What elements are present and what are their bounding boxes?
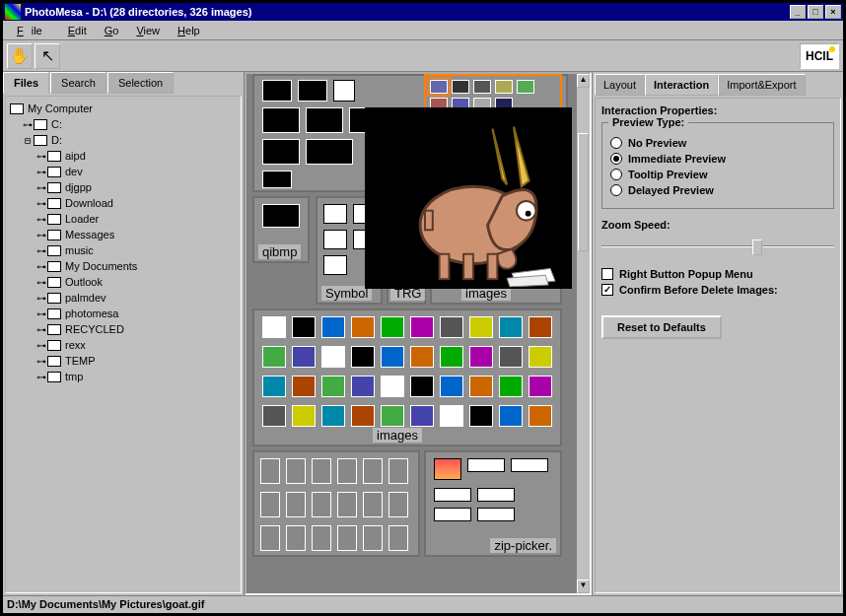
thumbnail[interactable]	[529, 376, 552, 397]
thumbnail[interactable]	[363, 492, 383, 517]
thumbnail[interactable]	[262, 204, 300, 228]
thumbnail[interactable]	[477, 488, 515, 502]
thumbnail[interactable]	[363, 458, 383, 484]
menu-edit[interactable]: Edit	[60, 23, 95, 38]
thumbnail[interactable]	[388, 458, 408, 484]
thumbnail[interactable]	[529, 405, 552, 427]
thumbnail[interactable]	[410, 376, 434, 397]
tree-item[interactable]: ⊶aipd	[10, 148, 237, 164]
thumbnail[interactable]	[321, 376, 345, 397]
thumbnail[interactable]	[262, 405, 286, 427]
thumb-group-images2[interactable]: images	[252, 308, 562, 446]
thumbnail[interactable]	[410, 405, 434, 427]
tree-item[interactable]: ⊶Loader	[10, 211, 237, 227]
thumbnail[interactable]	[286, 458, 306, 484]
thumbnail[interactable]	[292, 346, 316, 368]
expand-icon[interactable]: ⊶	[35, 356, 47, 367]
thumbnail[interactable]	[434, 508, 471, 521]
expand-icon[interactable]: ⊶	[35, 182, 47, 193]
thumb-group-zip[interactable]: zip-picker.	[424, 450, 562, 557]
scroll-up-button[interactable]: ▲	[577, 74, 590, 88]
menu-go[interactable]: Go	[97, 23, 127, 38]
thumbnail[interactable]	[306, 107, 343, 133]
radio-immediate-preview[interactable]: Immediate Preview	[610, 153, 825, 165]
expand-icon[interactable]: ⊶	[35, 261, 47, 272]
thumbnail[interactable]	[286, 492, 306, 517]
expand-icon[interactable]: ⊶	[35, 245, 47, 256]
expand-icon[interactable]: ⊶	[35, 308, 47, 319]
thumbnail[interactable]	[473, 80, 491, 94]
expand-icon[interactable]: ⊶	[35, 277, 47, 288]
thumbnail[interactable]	[410, 316, 434, 338]
thumbnail[interactable]	[467, 458, 505, 472]
thumbnail[interactable]	[495, 80, 513, 94]
thumbnail[interactable]	[321, 316, 345, 338]
radio-tooltip-preview[interactable]: Tooltip Preview	[610, 169, 825, 180]
thumbnail[interactable]	[323, 204, 347, 224]
thumbnail[interactable]	[511, 458, 548, 472]
thumbnail[interactable]	[440, 405, 463, 427]
reset-defaults-button[interactable]: Reset to Defaults	[601, 315, 722, 339]
maximize-button[interactable]: □	[808, 5, 823, 19]
thumbnail[interactable]	[351, 346, 375, 368]
thumbnail[interactable]	[262, 316, 286, 338]
menu-view[interactable]: View	[128, 23, 168, 38]
tree-item[interactable]: ⊶rexx	[10, 337, 237, 353]
thumbnail[interactable]	[469, 405, 493, 427]
thumbnail[interactable]	[381, 405, 404, 427]
thumbnail[interactable]	[469, 316, 493, 338]
scroll-down-button[interactable]: ▼	[577, 580, 590, 593]
expand-icon[interactable]: ⊶	[35, 230, 47, 240]
tree-item[interactable]: ⊶photomesa	[10, 306, 237, 321]
tree-item[interactable]: ⊶TEMP	[10, 353, 237, 369]
thumbnail[interactable]	[363, 525, 383, 551]
thumbnail[interactable]	[499, 405, 523, 427]
tree-item[interactable]: ⊶dev	[10, 164, 237, 179]
thumbnail[interactable]	[337, 525, 357, 551]
thumbnail[interactable]	[430, 80, 448, 94]
thumbnail[interactable]	[262, 139, 300, 165]
thumbnail[interactable]	[351, 405, 375, 427]
thumbnail[interactable]	[260, 492, 280, 517]
thumbnail[interactable]	[298, 80, 327, 102]
thumbnail[interactable]	[388, 492, 408, 517]
tab-selection[interactable]: Selection	[107, 72, 174, 94]
thumbnail[interactable]	[260, 525, 280, 551]
thumbnail[interactable]	[517, 80, 534, 94]
menu-help[interactable]: Help	[170, 23, 208, 38]
tree-root[interactable]: My Computer	[10, 101, 237, 116]
thumbnail[interactable]	[262, 346, 286, 368]
thumbnail[interactable]	[434, 458, 461, 480]
expand-icon[interactable]: ⊶	[35, 214, 47, 225]
thumbnail[interactable]	[260, 458, 280, 484]
check-right-button-popup[interactable]: Right Button Popup Menu	[601, 268, 834, 280]
thumbnail[interactable]	[434, 488, 471, 502]
tree-item[interactable]: ⊶Download	[10, 195, 237, 211]
thumbnail[interactable]	[262, 376, 286, 397]
thumbnail[interactable]	[381, 376, 404, 397]
close-button[interactable]: ×	[825, 5, 841, 19]
thumbnail[interactable]	[529, 316, 552, 338]
expand-icon[interactable]: ⊶	[35, 340, 47, 351]
thumbnail[interactable]	[499, 316, 523, 338]
thumb-group-qibmp[interactable]: qibmp	[252, 196, 310, 263]
thumbnail[interactable]	[321, 346, 345, 368]
slider-thumb[interactable]	[752, 240, 762, 255]
thumbnail[interactable]	[262, 80, 292, 102]
tab-layout[interactable]: Layout	[595, 74, 645, 96]
thumbnail[interactable]	[351, 316, 375, 338]
thumbnail[interactable]	[321, 405, 345, 427]
image-canvas[interactable]: qibmp Symbol TRG images	[245, 72, 592, 595]
tree-item[interactable]: ⊶RECYCLED	[10, 321, 237, 337]
expand-icon[interactable]: ⊶	[22, 119, 34, 130]
thumbnail[interactable]	[312, 458, 331, 484]
collapse-icon[interactable]: ⊟	[22, 135, 34, 146]
scroll-thumb[interactable]	[578, 133, 589, 251]
thumbnail[interactable]	[381, 346, 404, 368]
expand-icon[interactable]: ⊶	[35, 324, 47, 335]
thumbnail[interactable]	[306, 139, 353, 165]
thumbnail[interactable]	[286, 525, 306, 551]
radio-no-preview[interactable]: No Preview	[610, 137, 825, 149]
expand-icon[interactable]: ⊶	[35, 372, 47, 382]
tab-interaction[interactable]: Interaction	[645, 74, 718, 96]
